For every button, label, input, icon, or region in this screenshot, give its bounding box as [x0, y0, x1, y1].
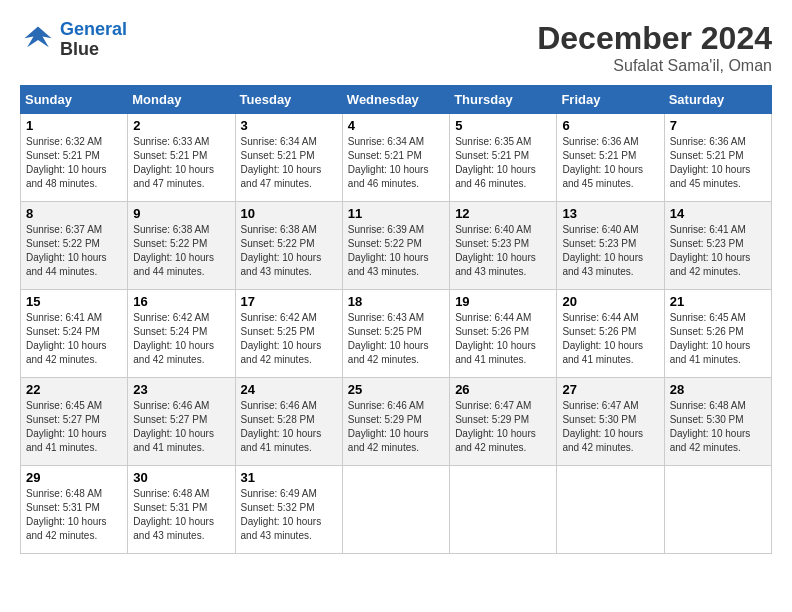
- calendar-cell: 31Sunrise: 6:49 AM Sunset: 5:32 PM Dayli…: [235, 466, 342, 554]
- day-number: 2: [133, 118, 229, 133]
- calendar-table: SundayMondayTuesdayWednesdayThursdayFrid…: [20, 85, 772, 554]
- day-info: Sunrise: 6:43 AM Sunset: 5:25 PM Dayligh…: [348, 311, 444, 367]
- calendar-cell: 23Sunrise: 6:46 AM Sunset: 5:27 PM Dayli…: [128, 378, 235, 466]
- calendar-cell: 13Sunrise: 6:40 AM Sunset: 5:23 PM Dayli…: [557, 202, 664, 290]
- weekday-header-sunday: Sunday: [21, 86, 128, 114]
- calendar-cell: 16Sunrise: 6:42 AM Sunset: 5:24 PM Dayli…: [128, 290, 235, 378]
- day-number: 21: [670, 294, 766, 309]
- day-info: Sunrise: 6:46 AM Sunset: 5:29 PM Dayligh…: [348, 399, 444, 455]
- day-info: Sunrise: 6:42 AM Sunset: 5:25 PM Dayligh…: [241, 311, 337, 367]
- svg-marker-0: [25, 26, 52, 47]
- day-info: Sunrise: 6:36 AM Sunset: 5:21 PM Dayligh…: [562, 135, 658, 191]
- day-number: 7: [670, 118, 766, 133]
- day-info: Sunrise: 6:44 AM Sunset: 5:26 PM Dayligh…: [455, 311, 551, 367]
- day-info: Sunrise: 6:42 AM Sunset: 5:24 PM Dayligh…: [133, 311, 229, 367]
- day-number: 4: [348, 118, 444, 133]
- calendar-cell: 24Sunrise: 6:46 AM Sunset: 5:28 PM Dayli…: [235, 378, 342, 466]
- calendar-cell: 15Sunrise: 6:41 AM Sunset: 5:24 PM Dayli…: [21, 290, 128, 378]
- week-row-3: 15Sunrise: 6:41 AM Sunset: 5:24 PM Dayli…: [21, 290, 772, 378]
- day-info: Sunrise: 6:38 AM Sunset: 5:22 PM Dayligh…: [241, 223, 337, 279]
- day-number: 28: [670, 382, 766, 397]
- weekday-header-thursday: Thursday: [450, 86, 557, 114]
- calendar-cell: 30Sunrise: 6:48 AM Sunset: 5:31 PM Dayli…: [128, 466, 235, 554]
- day-info: Sunrise: 6:36 AM Sunset: 5:21 PM Dayligh…: [670, 135, 766, 191]
- day-number: 15: [26, 294, 122, 309]
- day-info: Sunrise: 6:40 AM Sunset: 5:23 PM Dayligh…: [562, 223, 658, 279]
- month-title: December 2024: [537, 20, 772, 57]
- day-number: 14: [670, 206, 766, 221]
- title-area: December 2024 Sufalat Sama'il, Oman: [537, 20, 772, 75]
- logo: GeneralBlue: [20, 20, 127, 60]
- day-info: Sunrise: 6:48 AM Sunset: 5:31 PM Dayligh…: [26, 487, 122, 543]
- calendar-cell: 25Sunrise: 6:46 AM Sunset: 5:29 PM Dayli…: [342, 378, 449, 466]
- day-number: 31: [241, 470, 337, 485]
- calendar-cell: 29Sunrise: 6:48 AM Sunset: 5:31 PM Dayli…: [21, 466, 128, 554]
- calendar-cell: 22Sunrise: 6:45 AM Sunset: 5:27 PM Dayli…: [21, 378, 128, 466]
- day-number: 26: [455, 382, 551, 397]
- calendar-cell: 26Sunrise: 6:47 AM Sunset: 5:29 PM Dayli…: [450, 378, 557, 466]
- calendar-cell: 12Sunrise: 6:40 AM Sunset: 5:23 PM Dayli…: [450, 202, 557, 290]
- weekday-header-wednesday: Wednesday: [342, 86, 449, 114]
- day-number: 9: [133, 206, 229, 221]
- page-header: GeneralBlue December 2024 Sufalat Sama'i…: [20, 20, 772, 75]
- calendar-cell: 21Sunrise: 6:45 AM Sunset: 5:26 PM Dayli…: [664, 290, 771, 378]
- day-info: Sunrise: 6:41 AM Sunset: 5:23 PM Dayligh…: [670, 223, 766, 279]
- calendar-cell: 28Sunrise: 6:48 AM Sunset: 5:30 PM Dayli…: [664, 378, 771, 466]
- weekday-header-tuesday: Tuesday: [235, 86, 342, 114]
- day-info: Sunrise: 6:41 AM Sunset: 5:24 PM Dayligh…: [26, 311, 122, 367]
- day-info: Sunrise: 6:48 AM Sunset: 5:30 PM Dayligh…: [670, 399, 766, 455]
- day-number: 24: [241, 382, 337, 397]
- day-number: 18: [348, 294, 444, 309]
- weekday-header-friday: Friday: [557, 86, 664, 114]
- day-number: 30: [133, 470, 229, 485]
- logo-text: GeneralBlue: [60, 20, 127, 60]
- day-info: Sunrise: 6:44 AM Sunset: 5:26 PM Dayligh…: [562, 311, 658, 367]
- day-info: Sunrise: 6:35 AM Sunset: 5:21 PM Dayligh…: [455, 135, 551, 191]
- day-info: Sunrise: 6:46 AM Sunset: 5:27 PM Dayligh…: [133, 399, 229, 455]
- day-number: 23: [133, 382, 229, 397]
- week-row-1: 1Sunrise: 6:32 AM Sunset: 5:21 PM Daylig…: [21, 114, 772, 202]
- calendar-cell: 5Sunrise: 6:35 AM Sunset: 5:21 PM Daylig…: [450, 114, 557, 202]
- day-number: 11: [348, 206, 444, 221]
- weekday-header-saturday: Saturday: [664, 86, 771, 114]
- calendar-cell: 19Sunrise: 6:44 AM Sunset: 5:26 PM Dayli…: [450, 290, 557, 378]
- calendar-cell: 17Sunrise: 6:42 AM Sunset: 5:25 PM Dayli…: [235, 290, 342, 378]
- day-info: Sunrise: 6:48 AM Sunset: 5:31 PM Dayligh…: [133, 487, 229, 543]
- day-number: 5: [455, 118, 551, 133]
- week-row-5: 29Sunrise: 6:48 AM Sunset: 5:31 PM Dayli…: [21, 466, 772, 554]
- day-number: 22: [26, 382, 122, 397]
- day-info: Sunrise: 6:38 AM Sunset: 5:22 PM Dayligh…: [133, 223, 229, 279]
- day-info: Sunrise: 6:33 AM Sunset: 5:21 PM Dayligh…: [133, 135, 229, 191]
- calendar-cell: 4Sunrise: 6:34 AM Sunset: 5:21 PM Daylig…: [342, 114, 449, 202]
- calendar-cell: [557, 466, 664, 554]
- calendar-cell: 7Sunrise: 6:36 AM Sunset: 5:21 PM Daylig…: [664, 114, 771, 202]
- weekday-header-monday: Monday: [128, 86, 235, 114]
- calendar-cell: 18Sunrise: 6:43 AM Sunset: 5:25 PM Dayli…: [342, 290, 449, 378]
- calendar-cell: 6Sunrise: 6:36 AM Sunset: 5:21 PM Daylig…: [557, 114, 664, 202]
- calendar-cell: 2Sunrise: 6:33 AM Sunset: 5:21 PM Daylig…: [128, 114, 235, 202]
- day-number: 25: [348, 382, 444, 397]
- calendar-cell: 1Sunrise: 6:32 AM Sunset: 5:21 PM Daylig…: [21, 114, 128, 202]
- day-number: 13: [562, 206, 658, 221]
- day-info: Sunrise: 6:47 AM Sunset: 5:29 PM Dayligh…: [455, 399, 551, 455]
- calendar-cell: 8Sunrise: 6:37 AM Sunset: 5:22 PM Daylig…: [21, 202, 128, 290]
- calendar-cell: 27Sunrise: 6:47 AM Sunset: 5:30 PM Dayli…: [557, 378, 664, 466]
- day-number: 8: [26, 206, 122, 221]
- day-number: 10: [241, 206, 337, 221]
- calendar-cell: 3Sunrise: 6:34 AM Sunset: 5:21 PM Daylig…: [235, 114, 342, 202]
- day-number: 29: [26, 470, 122, 485]
- day-number: 16: [133, 294, 229, 309]
- day-number: 27: [562, 382, 658, 397]
- day-number: 1: [26, 118, 122, 133]
- day-info: Sunrise: 6:46 AM Sunset: 5:28 PM Dayligh…: [241, 399, 337, 455]
- day-info: Sunrise: 6:34 AM Sunset: 5:21 PM Dayligh…: [348, 135, 444, 191]
- day-info: Sunrise: 6:34 AM Sunset: 5:21 PM Dayligh…: [241, 135, 337, 191]
- calendar-cell: [450, 466, 557, 554]
- calendar-cell: 14Sunrise: 6:41 AM Sunset: 5:23 PM Dayli…: [664, 202, 771, 290]
- day-number: 12: [455, 206, 551, 221]
- day-number: 20: [562, 294, 658, 309]
- location-title: Sufalat Sama'il, Oman: [537, 57, 772, 75]
- calendar-cell: [664, 466, 771, 554]
- day-number: 19: [455, 294, 551, 309]
- week-row-2: 8Sunrise: 6:37 AM Sunset: 5:22 PM Daylig…: [21, 202, 772, 290]
